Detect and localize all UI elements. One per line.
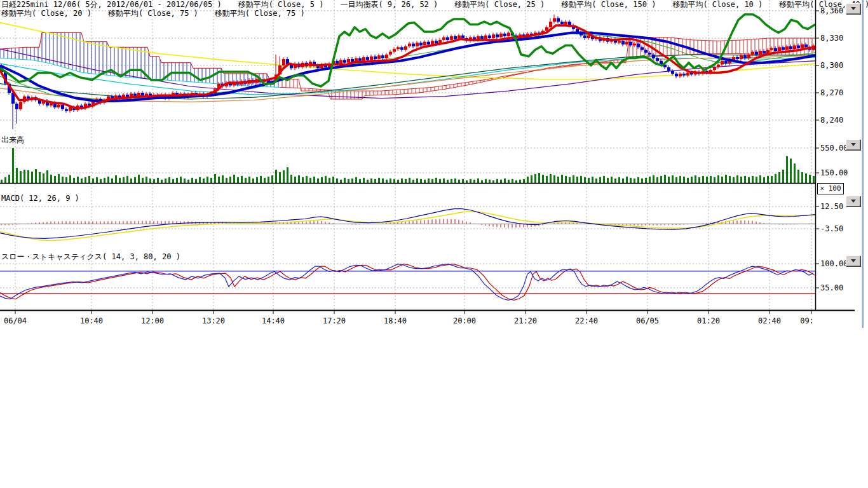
svg-text:35.00: 35.00 [820,283,843,292]
chart-title: 日経225mini 12/06( 5分, 2012/06/01 - 2012/0… [1,0,222,9]
stochastics-panel [0,264,815,301]
stoch-panel-label: スロー・ストキャスティクス( 14, 3, 80, 20 ) [1,252,180,262]
gridlines [0,0,815,310]
macd-panel-label: MACD( 12, 26, 9 ) [1,194,79,203]
svg-text:02:40: 02:40 [758,316,781,325]
svg-text:100.00: 100.00 [820,259,848,268]
volume-panel-dropdown-button[interactable] [846,139,860,150]
svg-text:8,330: 8,330 [820,34,843,43]
indicator-header-line1: 日経225mini 12/06( 5分, 2012/06/01 - 2012/0… [1,0,868,9]
indicator-label: 移動平均( Close, 150 ) [561,0,656,9]
svg-text:8,300: 8,300 [820,61,843,70]
chart-window: 8,3608,3308,3008,2708,240550.00150.0012.… [0,0,868,488]
indicator-label: 移動平均( Close, 5 ) [238,0,324,9]
svg-text:09:: 09: [800,316,814,325]
indicator-label: 移動平均( Close, 10 ) [672,0,763,9]
chevron-down-icon [851,259,856,262]
svg-text:550.00: 550.00 [820,144,848,152]
macd-panel [0,208,815,240]
indicator-label: 移動平均( Close, 75 ) [215,9,305,18]
volume-panel-label: 出来高 [1,135,24,146]
svg-text:150.00: 150.00 [820,168,848,177]
svg-text:06/04: 06/04 [4,316,27,325]
volume-bars [1,148,815,183]
svg-text:13:20: 13:20 [202,316,225,325]
svg-text:8,240: 8,240 [820,116,843,125]
svg-text:06/05: 06/05 [636,316,659,325]
indicator-header-line2: 移動平均( Close, 20 )移動平均( Close, 75 )移動平均( … [1,9,322,18]
svg-text:20:00: 20:00 [453,316,476,325]
indicator-label: 一目均衡表( 9, 26, 52 ) [340,0,438,9]
volume-multiplier-badge: × 100 [817,183,844,194]
chevron-down-icon [851,7,856,10]
indicator-label: 移動平均( Close, 20 ) [1,9,92,18]
macd-panel-dropdown-button[interactable] [846,196,860,207]
svg-text:-3.50: -3.50 [820,224,843,233]
svg-text:12.50: 12.50 [820,202,843,211]
svg-text:17:20: 17:20 [323,316,346,325]
svg-text:14:40: 14:40 [262,316,285,325]
chevron-down-icon [851,143,856,146]
chart-canvas: 8,3608,3308,3008,2708,240550.00150.0012.… [0,0,862,330]
svg-text:22:40: 22:40 [575,316,598,325]
svg-text:10:40: 10:40 [80,316,103,325]
indicator-label: 移動平均( Close, 75 ) [108,9,198,18]
stoch-panel-dropdown-button[interactable] [846,255,860,266]
svg-text:8,270: 8,270 [820,88,843,97]
svg-text:01:20: 01:20 [697,316,720,325]
svg-text:21:20: 21:20 [514,316,537,325]
chevron-down-icon [851,200,856,203]
svg-text:12:00: 12:00 [141,316,164,325]
window-edge [862,0,864,328]
svg-text:18:40: 18:40 [384,316,407,325]
indicator-label: 移動平均( Close, 25 ) [454,0,545,9]
price-panel-dropdown-button[interactable] [846,3,860,14]
